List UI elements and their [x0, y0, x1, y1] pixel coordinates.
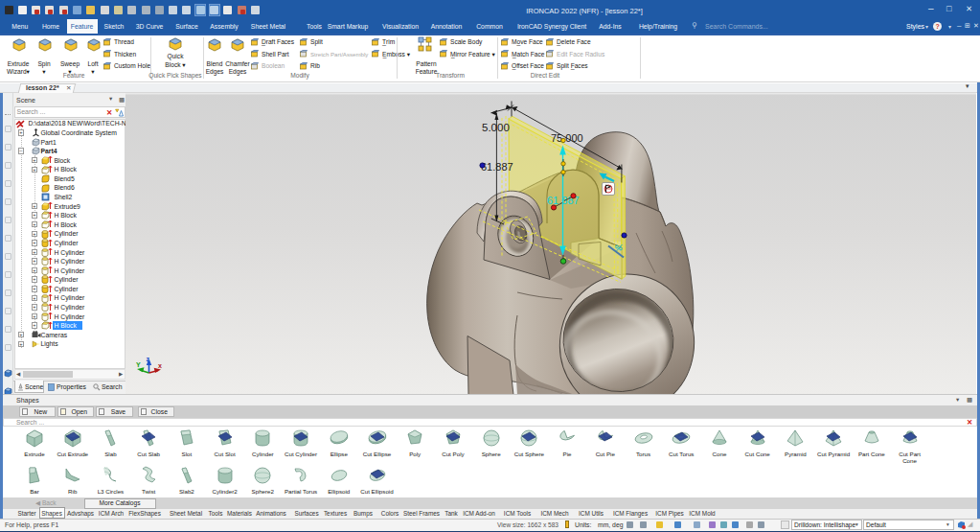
svg-text:61.887: 61.887: [481, 161, 513, 173]
svg-text:z: z: [147, 356, 150, 362]
svg-text:5.000: 5.000: [482, 122, 510, 133]
svg-text:x: x: [158, 362, 162, 369]
svg-text:Y: Y: [136, 361, 141, 368]
svg-text:75.000: 75.000: [551, 132, 583, 144]
